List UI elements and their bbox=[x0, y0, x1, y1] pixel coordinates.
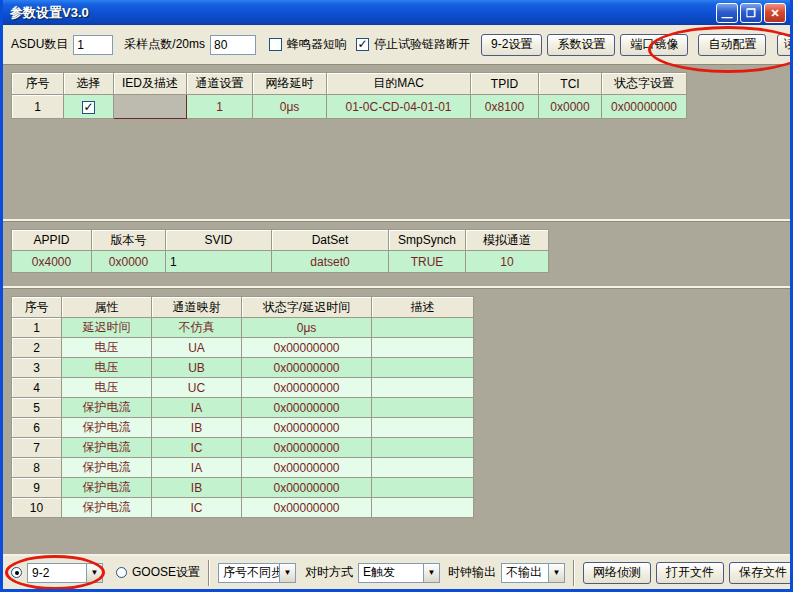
asdu-count-label: ASDU数目 bbox=[11, 36, 68, 53]
grid-cell[interactable]: 0x00000000 bbox=[242, 338, 372, 358]
appid-table-panel: APPID版本号SVIDDatSetSmpSynch模拟通道0x40000x00… bbox=[3, 221, 790, 286]
grid-cell[interactable] bbox=[372, 318, 474, 338]
asdu-count-input[interactable] bbox=[73, 35, 113, 55]
clock-output-combobox[interactable]: 不输出 ▼ bbox=[501, 563, 565, 583]
grid-cell[interactable]: 1 bbox=[187, 95, 253, 119]
grid-cell[interactable]: 0x00000000 bbox=[242, 478, 372, 498]
grid-cell[interactable]: 0x00000000 bbox=[242, 398, 372, 418]
grid-cell[interactable]: UB bbox=[152, 358, 242, 378]
grid-cell[interactable] bbox=[372, 458, 474, 478]
sequence-sync-combobox[interactable]: 序号不同步 ▼ bbox=[218, 563, 296, 583]
buzzer-checkbox[interactable] bbox=[269, 38, 282, 51]
column-header: SVID bbox=[166, 230, 272, 251]
column-header: 选择 bbox=[64, 73, 114, 95]
column-header: 网络延时 bbox=[253, 73, 327, 95]
stop-on-link-break-checkbox[interactable]: ✓ bbox=[356, 38, 369, 51]
divider bbox=[208, 560, 210, 586]
grid-cell[interactable]: 0x0000 bbox=[539, 95, 602, 119]
grid-cell[interactable]: 保护电流 bbox=[62, 438, 152, 458]
close-icon[interactable]: ✕ bbox=[764, 3, 786, 23]
row-header: 5 bbox=[12, 398, 62, 418]
grid-cell[interactable] bbox=[372, 418, 474, 438]
grid-cell[interactable]: 电压 bbox=[62, 338, 152, 358]
grid-cell[interactable]: 0x00000000 bbox=[242, 458, 372, 478]
grid-cell[interactable]: IC bbox=[152, 498, 242, 518]
goose-settings-radio[interactable] bbox=[116, 567, 127, 578]
bottom-bar: 9-2 ▼ GOOSE设置 序号不同步 ▼ 对时方式 E触发 ▼ 时钟输出 不输… bbox=[3, 556, 790, 589]
grid-cell[interactable] bbox=[372, 438, 474, 458]
grid-cell[interactable]: TRUE bbox=[389, 251, 466, 273]
open-file-button[interactable]: 打开文件 bbox=[656, 562, 724, 584]
grid-cell[interactable]: IA bbox=[152, 458, 242, 478]
column-header: 通道映射 bbox=[152, 297, 242, 318]
grid-cell[interactable]: 0x00000000 bbox=[242, 378, 372, 398]
grid-cell[interactable] bbox=[372, 478, 474, 498]
column-header: DatSet bbox=[272, 230, 389, 251]
coefficient-settings-button[interactable]: 系数设置 bbox=[547, 34, 615, 56]
time-sync-mode-combobox[interactable]: E触发 ▼ bbox=[358, 563, 440, 583]
grid-cell[interactable]: 保护电流 bbox=[62, 398, 152, 418]
grid-cell[interactable]: datset0 bbox=[272, 251, 389, 273]
ied-description-cell[interactable] bbox=[114, 95, 187, 119]
grid-cell[interactable] bbox=[372, 398, 474, 418]
svid-edit-cell[interactable]: 1 bbox=[166, 251, 272, 273]
mode-9-2-value: 9-2 bbox=[28, 566, 86, 580]
grid-cell[interactable]: 0x00000000 bbox=[242, 438, 372, 458]
column-header: TCI bbox=[539, 73, 602, 95]
minimize-icon[interactable]: — bbox=[716, 3, 738, 23]
grid-cell[interactable] bbox=[372, 498, 474, 518]
sample-points-input[interactable] bbox=[210, 35, 256, 55]
maximize-icon[interactable]: ❐ bbox=[740, 3, 762, 23]
grid-cell[interactable]: 10 bbox=[466, 251, 549, 273]
parameter-settings-dialog: 参数设置V3.0 — ❐ ✕ ASDU数目 采样点数/20ms 蜂鸣器短响 ✓ … bbox=[0, 0, 793, 592]
mode-9-2-radio[interactable] bbox=[11, 567, 22, 578]
row-header: 7 bbox=[12, 438, 62, 458]
row-select-checkbox[interactable]: ✓ bbox=[82, 101, 95, 114]
column-header: 状态字/延迟时间 bbox=[242, 297, 372, 318]
sv-table-panel: 序号选择IED及描述通道设置网络延时目的MACTPIDTCI状态字设置1✓10μ… bbox=[3, 64, 790, 219]
grid-cell[interactable]: 0x00000000 bbox=[602, 95, 687, 119]
grid-cell[interactable]: 0x00000000 bbox=[242, 498, 372, 518]
grid-cell[interactable]: 0x00000000 bbox=[242, 358, 372, 378]
chevron-down-icon[interactable]: ▼ bbox=[548, 564, 564, 582]
column-header: 序号 bbox=[12, 297, 62, 318]
mode-9-2-combobox[interactable]: 9-2 ▼ bbox=[27, 563, 103, 583]
grid-cell[interactable]: UC bbox=[152, 378, 242, 398]
auto-config-button[interactable]: 自动配置 bbox=[698, 34, 766, 56]
column-header: 序号 bbox=[12, 73, 64, 95]
grid-cell[interactable]: IB bbox=[152, 418, 242, 438]
clock-output-label: 时钟输出 bbox=[448, 564, 496, 581]
chevron-down-icon[interactable]: ▼ bbox=[279, 564, 295, 582]
grid-cell[interactable]: 电压 bbox=[62, 378, 152, 398]
chevron-down-icon[interactable]: ▼ bbox=[423, 564, 439, 582]
settings-9-2-button[interactable]: 9-2设置 bbox=[481, 34, 542, 56]
grid-cell[interactable]: UA bbox=[152, 338, 242, 358]
grid-cell[interactable]: IB bbox=[152, 478, 242, 498]
grid-cell[interactable]: 保护电流 bbox=[62, 478, 152, 498]
read-protection-model-button[interactable]: 读取保护模型文件 bbox=[777, 34, 793, 56]
grid-cell[interactable]: 不仿真 bbox=[152, 318, 242, 338]
chevron-down-icon[interactable]: ▼ bbox=[86, 564, 102, 582]
port-mirror-button[interactable]: 端口镜像 bbox=[620, 34, 688, 56]
grid-cell[interactable]: IC bbox=[152, 438, 242, 458]
grid-cell[interactable]: 延迟时间 bbox=[62, 318, 152, 338]
grid-cell[interactable]: 0μs bbox=[242, 318, 372, 338]
grid-cell[interactable]: 保护电流 bbox=[62, 458, 152, 478]
grid-cell[interactable]: 保护电流 bbox=[62, 498, 152, 518]
grid-cell[interactable]: 电压 bbox=[62, 358, 152, 378]
grid-cell[interactable]: 0x8100 bbox=[471, 95, 539, 119]
grid-cell[interactable]: 0x00000000 bbox=[242, 418, 372, 438]
network-detect-button[interactable]: 网络侦测 bbox=[583, 562, 651, 584]
grid-cell[interactable]: IA bbox=[152, 398, 242, 418]
save-file-button[interactable]: 保存文件 bbox=[729, 562, 793, 584]
grid-cell[interactable]: 0μs bbox=[253, 95, 327, 119]
grid-cell[interactable] bbox=[372, 378, 474, 398]
channel-table-panel: 序号属性通道映射状态字/延迟时间描述1延迟时间不仿真0μs2电压UA0x0000… bbox=[3, 288, 790, 554]
grid-cell[interactable]: 01-0C-CD-04-01-01 bbox=[327, 95, 471, 119]
grid-cell[interactable]: 0x4000 bbox=[12, 251, 92, 273]
window-title: 参数设置V3.0 bbox=[10, 4, 714, 22]
grid-cell[interactable] bbox=[372, 358, 474, 378]
grid-cell[interactable]: 0x0000 bbox=[92, 251, 166, 273]
grid-cell[interactable]: 保护电流 bbox=[62, 418, 152, 438]
grid-cell[interactable] bbox=[372, 338, 474, 358]
